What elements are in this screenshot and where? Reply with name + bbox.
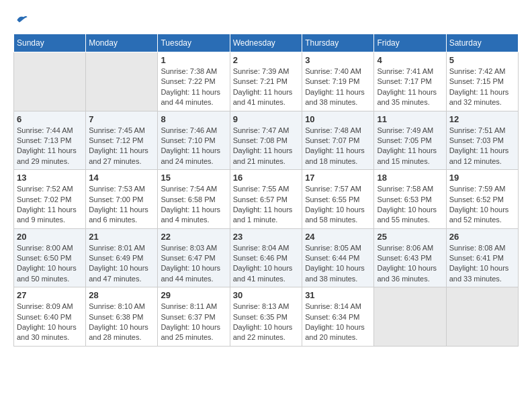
day-number: 26 [449,232,515,242]
calendar-cell [14,52,86,111]
calendar-cell: 18Sunrise: 7:58 AMSunset: 6:53 PMDayligh… [374,170,446,229]
logo-bird-icon [15,13,28,27]
daylight-text: Daylight: 10 hours and 38 minutes. [305,264,365,282]
day-info: Sunrise: 7:54 AMSunset: 6:58 PMDaylight:… [161,184,226,226]
calendar-week-row: 27Sunrise: 8:09 AMSunset: 6:40 PMDayligh… [14,287,519,347]
daylight-text: Daylight: 10 hours and 20 minutes. [305,323,365,341]
day-info: Sunrise: 7:42 AMSunset: 7:15 PMDaylight:… [449,66,515,108]
day-info: Sunrise: 7:53 AMSunset: 7:00 PMDaylight:… [89,184,154,226]
calendar-cell: 27Sunrise: 8:09 AMSunset: 6:40 PMDayligh… [14,287,86,347]
sunrise-text: Sunrise: 7:41 AM [377,67,433,75]
calendar-header-friday: Friday [374,34,446,52]
day-info: Sunrise: 7:52 AMSunset: 7:02 PMDaylight:… [17,184,83,226]
sunset-text: Sunset: 7:08 PM [233,136,287,144]
day-info: Sunrise: 7:40 AMSunset: 7:19 PMDaylight:… [305,66,371,108]
sunrise-text: Sunrise: 7:58 AM [377,185,433,193]
sunrise-text: Sunrise: 8:08 AM [449,244,506,252]
sunrise-text: Sunrise: 8:10 AM [89,302,145,310]
calendar-cell: 4Sunrise: 7:41 AMSunset: 7:17 PMDaylight… [374,52,446,111]
sunrise-text: Sunrise: 8:11 AM [161,302,217,310]
daylight-text: Daylight: 11 hours and 27 minutes. [89,146,148,165]
daylight-text: Daylight: 10 hours and 30 minutes. [17,323,77,341]
sunrise-text: Sunrise: 7:44 AM [17,126,73,134]
sunset-text: Sunset: 7:15 PM [449,77,504,85]
calendar-cell: 16Sunrise: 7:55 AMSunset: 6:57 PMDayligh… [230,170,302,229]
day-number: 29 [161,290,226,300]
page-header [13,13,519,27]
sunrise-text: Sunrise: 7:45 AM [89,126,145,134]
calendar-cell: 13Sunrise: 7:52 AMSunset: 7:02 PMDayligh… [14,170,86,229]
daylight-text: Daylight: 11 hours and 12 minutes. [449,146,509,165]
sunset-text: Sunset: 7:03 PM [449,136,504,144]
calendar-header-wednesday: Wednesday [230,34,302,52]
sunset-text: Sunset: 6:55 PM [305,195,359,203]
daylight-text: Daylight: 11 hours and 32 minutes. [449,88,509,106]
calendar-cell: 7Sunrise: 7:45 AMSunset: 7:12 PMDaylight… [86,111,158,170]
sunrise-text: Sunrise: 8:14 AM [305,302,361,310]
day-info: Sunrise: 7:45 AMSunset: 7:12 PMDaylight:… [89,126,154,167]
calendar-cell: 30Sunrise: 8:13 AMSunset: 6:35 PMDayligh… [230,287,302,347]
day-info: Sunrise: 8:04 AMSunset: 6:46 PMDaylight:… [233,243,299,285]
sunrise-text: Sunrise: 7:42 AM [449,67,506,75]
sunset-text: Sunset: 6:40 PM [17,313,71,321]
day-number: 8 [161,114,226,124]
daylight-text: Daylight: 10 hours and 22 minutes. [233,323,293,341]
sunrise-text: Sunrise: 7:40 AM [305,67,361,75]
sunrise-text: Sunrise: 8:04 AM [233,244,290,252]
sunrise-text: Sunrise: 7:46 AM [161,126,217,134]
day-info: Sunrise: 8:13 AMSunset: 6:35 PMDaylight:… [233,302,299,343]
sunset-text: Sunset: 7:19 PM [305,77,359,85]
calendar-header-saturday: Saturday [446,34,518,52]
calendar-cell: 8Sunrise: 7:46 AMSunset: 7:10 PMDaylight… [158,111,230,170]
calendar-header-thursday: Thursday [302,34,374,52]
calendar-cell: 24Sunrise: 8:05 AMSunset: 6:44 PMDayligh… [302,228,374,287]
sunrise-text: Sunrise: 8:09 AM [17,302,73,310]
day-info: Sunrise: 7:55 AMSunset: 6:57 PMDaylight:… [233,184,299,226]
day-number: 27 [17,290,83,300]
sunset-text: Sunset: 6:35 PM [233,313,287,321]
sunset-text: Sunset: 7:00 PM [89,195,143,203]
day-number: 30 [233,290,299,300]
day-info: Sunrise: 7:51 AMSunset: 7:03 PMDaylight:… [449,126,515,167]
calendar-cell [446,287,518,347]
sunset-text: Sunset: 6:38 PM [89,313,143,321]
sunrise-text: Sunrise: 7:57 AM [305,185,361,193]
daylight-text: Daylight: 11 hours and 38 minutes. [305,88,365,106]
calendar-cell: 21Sunrise: 8:01 AMSunset: 6:49 PMDayligh… [86,228,158,287]
day-info: Sunrise: 8:11 AMSunset: 6:37 PMDaylight:… [161,302,226,343]
day-number: 24 [305,232,371,242]
calendar-cell: 20Sunrise: 8:00 AMSunset: 6:50 PMDayligh… [14,228,86,287]
calendar-cell [86,52,158,111]
day-info: Sunrise: 8:14 AMSunset: 6:34 PMDaylight:… [305,302,371,343]
day-number: 25 [377,232,443,242]
day-number: 3 [305,55,371,65]
sunset-text: Sunset: 6:44 PM [305,254,359,262]
calendar-cell: 6Sunrise: 7:44 AMSunset: 7:13 PMDaylight… [14,111,86,170]
day-info: Sunrise: 8:09 AMSunset: 6:40 PMDaylight:… [17,302,83,343]
sunset-text: Sunset: 7:13 PM [17,136,71,144]
calendar-cell: 5Sunrise: 7:42 AMSunset: 7:15 PMDaylight… [446,52,518,111]
calendar-cell: 10Sunrise: 7:48 AMSunset: 7:07 PMDayligh… [302,111,374,170]
calendar-header-monday: Monday [86,34,158,52]
day-info: Sunrise: 7:44 AMSunset: 7:13 PMDaylight:… [17,126,83,167]
daylight-text: Daylight: 10 hours and 41 minutes. [233,264,293,282]
daylight-text: Daylight: 10 hours and 36 minutes. [377,264,437,282]
sunset-text: Sunset: 7:12 PM [89,136,143,144]
sunrise-text: Sunrise: 7:52 AM [17,185,73,193]
day-info: Sunrise: 8:03 AMSunset: 6:47 PMDaylight:… [161,243,226,285]
day-info: Sunrise: 7:39 AMSunset: 7:21 PMDaylight:… [233,66,299,108]
calendar-week-row: 13Sunrise: 7:52 AMSunset: 7:02 PMDayligh… [14,170,519,229]
sunrise-text: Sunrise: 7:48 AM [305,126,361,134]
sunrise-text: Sunrise: 7:59 AM [449,185,506,193]
sunset-text: Sunset: 6:34 PM [305,313,359,321]
sunrise-text: Sunrise: 7:39 AM [233,67,290,75]
daylight-text: Daylight: 11 hours and 21 minutes. [233,146,293,165]
sunset-text: Sunset: 6:47 PM [161,254,215,262]
day-info: Sunrise: 8:05 AMSunset: 6:44 PMDaylight:… [305,243,371,285]
day-info: Sunrise: 7:38 AMSunset: 7:22 PMDaylight:… [161,66,226,108]
calendar-week-row: 20Sunrise: 8:00 AMSunset: 6:50 PMDayligh… [14,228,519,287]
sunset-text: Sunset: 6:58 PM [161,195,215,203]
day-number: 4 [377,55,443,65]
calendar-cell: 25Sunrise: 8:06 AMSunset: 6:43 PMDayligh… [374,228,446,287]
day-number: 31 [305,290,371,300]
